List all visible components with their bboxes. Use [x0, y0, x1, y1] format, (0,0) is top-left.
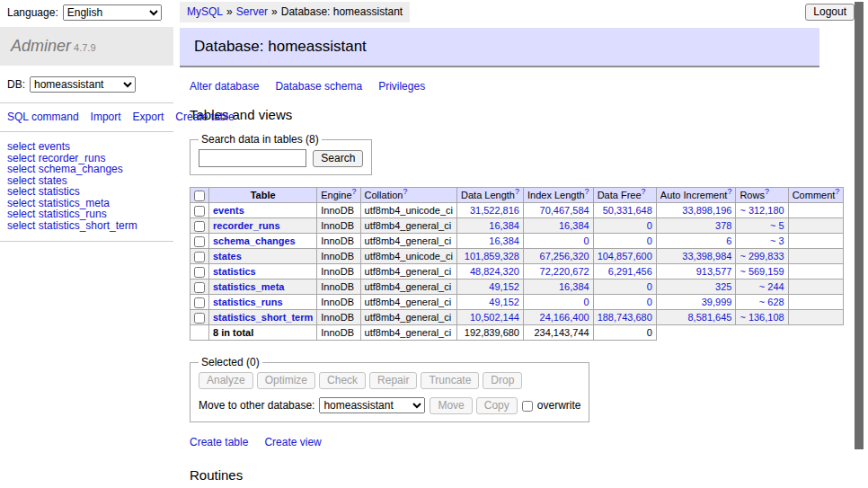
index-length-link[interactable]: 67,256,320	[527, 251, 589, 262]
index-length-link[interactable]: 0	[527, 297, 589, 307]
rows-link[interactable]: ~ 3	[740, 235, 784, 246]
row-checkbox[interactable]	[194, 236, 205, 247]
auto-increment-link[interactable]: 8,581,645	[660, 312, 732, 323]
move-button[interactable]: Move	[430, 397, 472, 414]
sidebar-select-link[interactable]: select events	[7, 141, 166, 153]
language-select[interactable]: English	[63, 4, 162, 21]
data-length-link[interactable]: 16,384	[461, 220, 519, 231]
sidebar-action-link[interactable]: Create table	[175, 111, 234, 123]
auto-increment-link[interactable]: 39,999	[660, 297, 732, 307]
create-link[interactable]: Create view	[264, 436, 321, 448]
auto-increment-link[interactable]: 913,577	[660, 266, 732, 277]
row-checkbox[interactable]	[194, 313, 205, 324]
overwrite-checkbox[interactable]	[522, 401, 533, 412]
data-free-link[interactable]: 0	[598, 235, 652, 246]
data-free-link[interactable]: 0	[598, 297, 652, 307]
data-length-link[interactable]: 49,152	[461, 281, 519, 292]
db-action-link[interactable]: Database schema	[275, 80, 362, 93]
data-free-link[interactable]: 50,331,648	[598, 205, 652, 216]
row-checkbox[interactable]	[194, 252, 205, 262]
data-length-link[interactable]: 31,522,816	[461, 205, 519, 216]
table-name-link[interactable]: events	[213, 205, 244, 216]
index-length-link[interactable]: 72,220,672	[527, 266, 589, 277]
table-name-link[interactable]: statistics_runs	[213, 297, 283, 307]
create-link[interactable]: Create table	[190, 436, 248, 448]
table-row: statistics_short_termInnoDButf8mb4_gener…	[190, 310, 844, 325]
row-checkbox[interactable]	[194, 267, 205, 278]
rows-link[interactable]: ~ 244	[740, 281, 784, 292]
auto-increment-link[interactable]: 378	[660, 220, 732, 231]
move-db-select[interactable]: homeassistant	[319, 397, 425, 413]
rows-link[interactable]: ~ 299,833	[740, 251, 784, 262]
rows-link[interactable]: ~ 569,159	[740, 266, 784, 277]
data-length-link[interactable]: 48,824,320	[461, 266, 519, 277]
table-name-link[interactable]: statistics_short_term	[213, 312, 313, 323]
sidebar-select-link[interactable]: select statistics_runs	[7, 209, 166, 220]
db-action-link[interactable]: Alter database	[190, 80, 259, 93]
help-link[interactable]: ?	[835, 187, 839, 196]
sidebar-select-link[interactable]: select statistics_short_term	[7, 220, 166, 232]
index-length-link[interactable]: 24,166,400	[527, 312, 589, 323]
sidebar-action-link[interactable]: Export	[133, 111, 164, 123]
rows-link[interactable]: ~ 312,180	[740, 205, 784, 216]
help-link[interactable]: ?	[642, 187, 646, 196]
logout-button[interactable]: Logout	[805, 4, 855, 21]
help-link[interactable]: ?	[403, 187, 407, 196]
collation-cell: utf8mb4_unicode_ci	[360, 249, 456, 264]
table-name-link[interactable]: schema_changes	[213, 235, 296, 246]
auto-increment-link[interactable]: 33,398,984	[660, 251, 732, 262]
select-all-checkbox[interactable]	[194, 191, 205, 201]
table-name-link[interactable]: statistics	[213, 266, 256, 277]
auto-increment-link[interactable]: 33,898,196	[660, 205, 732, 216]
vertical-scrollbar-thumb[interactable]	[855, 2, 864, 449]
db-action-link[interactable]: Privileges	[378, 80, 425, 93]
table-name-link[interactable]: states	[213, 251, 242, 262]
row-checkbox[interactable]	[194, 221, 205, 232]
breadcrumb-link[interactable]: Server	[236, 5, 268, 18]
breadcrumb-link[interactable]: MySQL	[187, 5, 223, 18]
search-button[interactable]: Search	[313, 150, 363, 167]
auto-increment-link[interactable]: 6	[660, 235, 732, 246]
help-link[interactable]: ?	[585, 187, 589, 196]
rows-link[interactable]: ~ 5	[740, 220, 784, 231]
row-checkbox[interactable]	[194, 282, 205, 293]
data-free-link[interactable]: 104,857,600	[598, 251, 652, 262]
data-length-link[interactable]: 10,502,144	[461, 312, 519, 323]
check-button[interactable]: Check	[319, 372, 366, 389]
help-link[interactable]: ?	[515, 187, 519, 196]
drop-button[interactable]: Drop	[483, 372, 522, 389]
repair-button[interactable]: Repair	[369, 372, 417, 389]
index-length-link[interactable]: 70,467,584	[527, 205, 589, 216]
sidebar-select-link[interactable]: select statistics	[7, 186, 166, 198]
data-free-link[interactable]: 6,291,456	[598, 266, 652, 277]
table-name-link[interactable]: recorder_runs	[213, 220, 280, 231]
optimize-button[interactable]: Optimize	[257, 372, 315, 389]
db-select[interactable]: homeassistant	[30, 76, 136, 93]
help-link[interactable]: ?	[352, 187, 357, 196]
rows-link[interactable]: ~ 136,108	[740, 312, 784, 323]
data-free-link[interactable]: 188,743,680	[598, 312, 652, 323]
help-link[interactable]: ?	[727, 187, 731, 196]
index-length-link[interactable]: 0	[527, 235, 589, 246]
row-checkbox[interactable]	[194, 206, 205, 217]
rows-link[interactable]: ~ 628	[740, 297, 784, 307]
row-checkbox[interactable]	[194, 297, 205, 308]
data-length-link[interactable]: 49,152	[461, 297, 519, 307]
table-name-link[interactable]: statistics_meta	[213, 281, 285, 292]
index-length-link[interactable]: 16,384	[527, 220, 589, 231]
sidebar-select-link[interactable]: select schema_changes	[7, 164, 166, 175]
auto-increment-link[interactable]: 325	[660, 281, 732, 292]
search-input[interactable]	[199, 149, 306, 167]
data-free-link[interactable]: 0	[598, 281, 652, 292]
sidebar-action-link[interactable]: Import	[91, 111, 121, 123]
data-length-link[interactable]: 16,384	[461, 235, 519, 246]
copy-button[interactable]: Copy	[476, 397, 518, 414]
analyze-button[interactable]: Analyze	[199, 372, 253, 389]
truncate-button[interactable]: Truncate	[421, 372, 479, 389]
data-free-link[interactable]: 0	[598, 220, 652, 231]
help-link[interactable]: ?	[765, 187, 769, 196]
sidebar-action-link[interactable]: SQL command	[7, 111, 79, 123]
comment-cell	[788, 310, 844, 325]
data-length-link[interactable]: 101,859,328	[461, 251, 519, 262]
index-length-link[interactable]: 16,384	[527, 281, 589, 292]
